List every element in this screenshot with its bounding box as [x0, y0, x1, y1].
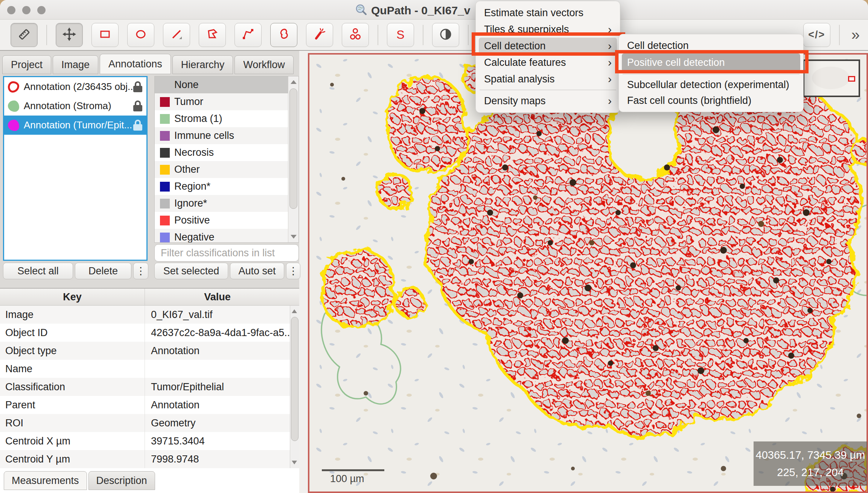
- scroll-down-icon[interactable]: [292, 461, 297, 464]
- toolbar-separator: [468, 25, 469, 45]
- scrollbar-thumb[interactable]: [291, 317, 298, 441]
- class-item[interactable]: Tumor: [155, 93, 288, 110]
- ellipse-tool-button[interactable]: [127, 23, 154, 47]
- menu-item-calculate-features[interactable]: Calculate features›: [476, 54, 620, 71]
- class-item[interactable]: Negative: [155, 229, 288, 242]
- class-color-swatch: [160, 148, 170, 158]
- annotation-list-item[interactable]: Annotation (Stroma): [4, 96, 146, 116]
- select-all-button[interactable]: Select all: [3, 263, 73, 279]
- polygon-tool-button[interactable]: [199, 23, 226, 47]
- scroll-down-icon[interactable]: [291, 235, 297, 239]
- class-item[interactable]: Stroma (1): [155, 110, 288, 127]
- table-row[interactable]: ParentAnnotation: [0, 396, 299, 414]
- selection-mode-button[interactable]: S: [387, 23, 414, 47]
- class-item[interactable]: Necrosis: [155, 144, 288, 161]
- class-more-button[interactable]: ⋮: [286, 263, 300, 279]
- menu-item-tiles-superpixels[interactable]: Tiles & superpixels›: [476, 21, 620, 38]
- lock-icon: [133, 81, 143, 93]
- toolbar-separator: [378, 25, 378, 45]
- table-row[interactable]: Object ID42637c2c-8a9a-4da1-9fac-a5...: [0, 324, 299, 342]
- slide-image: [309, 55, 866, 491]
- submenu-item-positive-cell-detection[interactable]: Positive cell detection: [622, 53, 800, 72]
- tab-image[interactable]: Image: [53, 55, 98, 74]
- annotation-list-item-selected[interactable]: Annotation (Tumor/Epit...: [4, 116, 146, 135]
- submenu-item-cell-detection[interactable]: Cell detection: [619, 38, 803, 53]
- class-color-swatch: [160, 199, 170, 208]
- class-item[interactable]: Region*: [155, 178, 288, 195]
- measure-tool-button[interactable]: [11, 23, 38, 47]
- toolbar-separator: [839, 25, 840, 45]
- move-tool-button[interactable]: [56, 23, 83, 47]
- brightness-contrast-button[interactable]: [432, 23, 459, 47]
- slide-viewer[interactable]: 100 µm 40365.17, 7345.39 µm 225, 217, 20…: [308, 53, 868, 493]
- polyline-tool-button[interactable]: [235, 23, 262, 47]
- tab-description[interactable]: Description: [88, 471, 155, 490]
- scroll-up-icon[interactable]: [292, 309, 297, 313]
- line-tool-button[interactable]: [163, 23, 190, 47]
- selection-mode-icon: S: [396, 28, 404, 42]
- window-title: QuPath - 0_KI67_v: [371, 4, 470, 17]
- tab-workflow[interactable]: Workflow: [235, 55, 294, 74]
- class-item[interactable]: Immune cells: [155, 127, 288, 144]
- table-row[interactable]: ClassificationTumor/Epithelial: [0, 378, 299, 396]
- class-item[interactable]: Ignore*: [155, 195, 288, 212]
- annotation-more-button[interactable]: ⋮: [133, 263, 148, 279]
- toolbar-overflow-button[interactable]: »: [848, 26, 863, 43]
- overview-view-marker: [848, 76, 855, 82]
- delete-button[interactable]: Delete: [75, 263, 131, 279]
- analysis-panel: Project Image Annotations Hierarchy Work…: [0, 51, 299, 493]
- points-icon: [349, 27, 362, 43]
- class-list-scrollbar[interactable]: [288, 76, 298, 242]
- annotation-list-item[interactable]: Annotation (2/36435 obj...: [4, 77, 146, 96]
- close-button[interactable]: [7, 6, 15, 14]
- scrollbar-thumb[interactable]: [289, 88, 297, 209]
- set-selected-button[interactable]: Set selected: [154, 263, 228, 279]
- tab-project[interactable]: Project: [2, 55, 51, 74]
- table-scrollbar[interactable]: [290, 306, 299, 468]
- points-tool-button[interactable]: [342, 23, 369, 47]
- panel-tab-bar: Project Image Annotations Hierarchy Work…: [2, 55, 294, 74]
- script-editor-button[interactable]: </>: [803, 23, 830, 47]
- tab-measurements[interactable]: Measurements: [4, 471, 87, 490]
- key-column-header[interactable]: Key: [0, 289, 145, 305]
- class-color-swatch: [160, 97, 170, 107]
- scroll-up-icon[interactable]: [291, 80, 297, 84]
- class-item[interactable]: Other: [155, 161, 288, 178]
- table-row[interactable]: Centroid X µm39715.3404: [0, 432, 299, 450]
- submenu-item-fast-cell-counts[interactable]: Fast cell counts (brightfield): [619, 93, 803, 108]
- tab-annotations[interactable]: Annotations: [100, 54, 171, 74]
- table-row[interactable]: Name: [0, 360, 299, 378]
- menu-item-density-maps[interactable]: Density maps›: [476, 93, 620, 109]
- tab-hierarchy[interactable]: Hierarchy: [172, 55, 233, 74]
- table-row[interactable]: Object typeAnnotation: [0, 342, 299, 360]
- scalebar: [322, 469, 384, 471]
- table-row[interactable]: Image0_KI67_val.tif: [0, 306, 299, 324]
- polyline-icon: [242, 28, 254, 42]
- class-item-none[interactable]: None: [155, 76, 288, 93]
- table-row[interactable]: Centroid Y µm7998.9748: [0, 450, 299, 468]
- class-color-swatch: [160, 165, 170, 175]
- overview-map[interactable]: [803, 59, 860, 97]
- table-row[interactable]: ROIGeometry: [0, 414, 299, 432]
- submenu-item-subcellular-detection[interactable]: Subcellular detection (experimental): [619, 77, 803, 93]
- auto-set-button[interactable]: Auto set: [230, 263, 284, 279]
- menu-separator: [623, 74, 799, 75]
- minimize-button[interactable]: [22, 6, 30, 14]
- rectangle-tool-button[interactable]: [91, 23, 119, 47]
- value-column-header[interactable]: Value: [145, 289, 290, 305]
- class-color-swatch: [160, 114, 170, 124]
- toolbar-separator: [46, 25, 47, 45]
- bottom-tab-bar: Measurements Description: [4, 471, 155, 490]
- filter-classifications-input[interactable]: [154, 244, 299, 262]
- lock-icon: [133, 120, 143, 131]
- wand-tool-button[interactable]: [306, 23, 333, 47]
- analyze-menu: Estimate stain vectors Tiles & superpixe…: [475, 1, 620, 113]
- class-color-swatch: [160, 216, 170, 225]
- maximize-button[interactable]: [37, 6, 46, 14]
- class-item[interactable]: Positive: [155, 212, 288, 229]
- menu-item-spatial-analysis[interactable]: Spatial analysis›: [476, 71, 620, 87]
- menu-item-estimate-stain-vectors[interactable]: Estimate stain vectors: [476, 5, 620, 21]
- menu-item-cell-detection[interactable]: Cell detection›: [479, 38, 617, 54]
- brush-tool-button[interactable]: [270, 23, 297, 47]
- scalebar-label: 100 µm: [330, 473, 364, 485]
